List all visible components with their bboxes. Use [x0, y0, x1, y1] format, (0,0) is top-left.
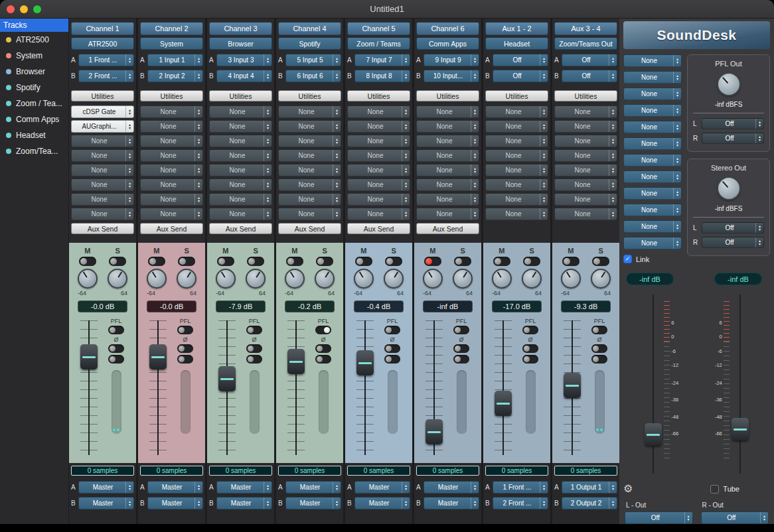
effect-slot-select[interactable]: None▴▾ [485, 149, 548, 162]
r-out-select[interactable]: Off ▴▾ [701, 511, 769, 524]
fader-track[interactable] [356, 320, 374, 455]
fader-track[interactable] [645, 295, 662, 474]
mute-toggle[interactable] [286, 257, 303, 266]
effect-slot-select[interactable]: None▴▾ [140, 120, 203, 133]
channel-source-button[interactable]: Browser [209, 37, 272, 50]
solo-toggle[interactable] [109, 257, 126, 266]
sidebar-item-headset[interactable]: Headset [0, 127, 68, 143]
utilities-button[interactable]: Utilities [554, 90, 617, 101]
effect-slot-select[interactable]: None▴▾ [485, 105, 548, 118]
fader-track[interactable] [495, 320, 512, 455]
effect-slot-select[interactable]: None▴▾ [209, 164, 272, 176]
aux-send-button[interactable]: Aux Send [71, 223, 134, 234]
aux-send-button[interactable]: Aux Send [209, 223, 272, 234]
effect-slot-select[interactable]: None▴▾ [209, 208, 272, 220]
mono-toggle[interactable] [108, 355, 124, 364]
aux-send-button[interactable]: Aux Send [140, 223, 203, 234]
master-right-db-display[interactable]: -inf dB [714, 273, 762, 285]
effect-slot-select[interactable]: None▴▾ [554, 120, 617, 133]
effect-slot-select[interactable]: None▴▾ [209, 105, 272, 118]
sidebar-item-comm-apps[interactable]: Comm Apps [0, 111, 68, 127]
mono-toggle[interactable] [177, 355, 193, 364]
effect-slot-select[interactable]: None▴▾ [554, 193, 617, 206]
effect-slot-select[interactable]: None▴▾ [71, 135, 134, 147]
output-a-select[interactable]: 1 Front ...▴▾ [493, 481, 548, 494]
channel-source-button[interactable]: Comm Apps [416, 37, 479, 50]
pfl-out-l-select[interactable]: Off ▴▾ [702, 118, 764, 129]
pfl-out-knob[interactable] [717, 72, 741, 96]
mono-toggle[interactable] [453, 355, 469, 364]
mute-toggle[interactable] [79, 257, 96, 266]
effect-slot-select[interactable]: None▴▾ [278, 193, 341, 206]
effect-slot-select[interactable]: None▴▾ [416, 164, 479, 176]
output-a-select[interactable]: 1 Output 1▴▾ [562, 481, 617, 494]
effect-slot-select[interactable]: None▴▾ [347, 120, 410, 133]
fader-db-display[interactable]: -0.0 dB [147, 300, 196, 312]
trim-b-knob[interactable] [453, 269, 473, 289]
effect-slot-select[interactable]: None▴▾ [416, 135, 479, 147]
trim-a-knob[interactable] [354, 269, 374, 289]
trim-a-knob[interactable] [561, 269, 581, 289]
sidebar-item-zoom-tea[interactable]: Zoom / Tea... [0, 96, 68, 111]
channel-source-button[interactable]: ATR2500 [71, 37, 134, 50]
effect-slot-select[interactable]: None▴▾ [485, 164, 548, 176]
effect-slot-select[interactable]: None▴▾ [278, 149, 341, 162]
effect-slot-select[interactable]: None▴▾ [347, 208, 410, 220]
input-a-select[interactable]: 1 Front ...▴▾ [78, 54, 134, 66]
tube-checkbox[interactable] [710, 485, 719, 494]
master-effect-slot-select[interactable]: None▴▾ [623, 220, 682, 233]
effect-slot-select[interactable]: None▴▾ [347, 164, 410, 176]
utilities-button[interactable]: Utilities [347, 90, 410, 101]
effect-slot-select[interactable]: None▴▾ [140, 178, 203, 191]
channel-name-button[interactable]: Channel 1 [71, 22, 134, 35]
input-b-select[interactable]: 2 Front ...▴▾ [78, 70, 134, 82]
mono-toggle[interactable] [522, 355, 538, 364]
fader-track[interactable] [732, 295, 749, 474]
tracks-header[interactable]: Tracks [0, 19, 68, 32]
output-b-select[interactable]: Master▴▾ [147, 497, 203, 509]
fader-handle[interactable] [564, 373, 581, 398]
input-b-select[interactable]: 2 Input 2▴▾ [147, 70, 203, 82]
pfl-toggle[interactable] [246, 326, 262, 334]
utilities-button[interactable]: Utilities [485, 90, 548, 101]
master-effect-slot-select[interactable]: None▴▾ [623, 237, 682, 249]
pfl-toggle[interactable] [315, 326, 331, 334]
output-b-select[interactable]: Master▴▾ [78, 497, 134, 509]
channel-source-button[interactable]: Spotify [278, 37, 341, 50]
trim-b-knob[interactable] [591, 269, 611, 289]
fader-handle[interactable] [149, 344, 167, 369]
master-effect-slot-select[interactable]: None▴▾ [623, 187, 682, 200]
output-a-select[interactable]: Master▴▾ [147, 481, 203, 494]
effect-slot-select[interactable]: None▴▾ [416, 193, 479, 206]
effect-slot-select[interactable]: None▴▾ [554, 149, 617, 162]
solo-toggle[interactable] [247, 257, 264, 266]
fader-db-display[interactable]: -0.0 dB [78, 300, 127, 312]
utilities-button[interactable]: Utilities [71, 90, 134, 101]
utilities-button[interactable]: Utilities [209, 90, 272, 101]
effect-slot-select[interactable]: None▴▾ [278, 120, 341, 133]
trim-b-knob[interactable] [522, 269, 542, 289]
trim-b-knob[interactable] [384, 269, 404, 289]
effect-slot-select[interactable]: None▴▾ [416, 105, 479, 118]
utilities-button[interactable]: Utilities [416, 90, 479, 101]
phase-toggle[interactable] [522, 344, 538, 353]
phase-toggle[interactable] [591, 344, 607, 353]
input-a-select[interactable]: 1 Input 1▴▾ [147, 54, 203, 66]
zoom-button[interactable] [33, 5, 41, 13]
trim-a-knob[interactable] [492, 269, 512, 289]
phase-toggle[interactable] [246, 344, 262, 353]
aux-send-button[interactable]: Aux Send [416, 223, 479, 234]
effect-slot-select[interactable]: None▴▾ [278, 105, 341, 118]
fader-handle[interactable] [80, 344, 98, 369]
output-b-select[interactable]: Master▴▾ [216, 497, 272, 509]
effect-slot-select[interactable]: None▴▾ [71, 178, 134, 191]
solo-toggle[interactable] [316, 257, 333, 266]
stereo-out-l-select[interactable]: Off ▴▾ [702, 222, 764, 233]
input-a-select[interactable]: 7 Input 7▴▾ [354, 54, 410, 66]
effect-slot-select[interactable]: None▴▾ [278, 178, 341, 191]
stereo-out-knob[interactable] [717, 176, 741, 200]
input-b-select[interactable]: 6 Input 6▴▾ [285, 70, 341, 82]
master-effect-slot-select[interactable]: None▴▾ [623, 71, 682, 84]
sidebar-item-system[interactable]: System [0, 48, 68, 64]
fader-db-display[interactable]: -0.2 dB [285, 300, 335, 312]
